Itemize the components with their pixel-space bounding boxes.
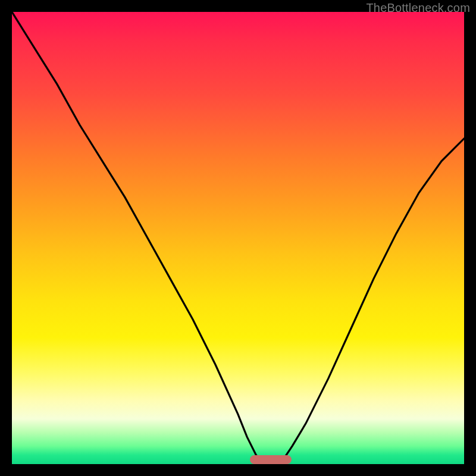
plot-area: [12, 12, 464, 464]
optimal-range-marker: [250, 455, 292, 464]
curve-layer: [12, 12, 464, 464]
chart-stage: TheBottleneck.com: [0, 0, 476, 476]
bottleneck-curve: [12, 12, 464, 464]
